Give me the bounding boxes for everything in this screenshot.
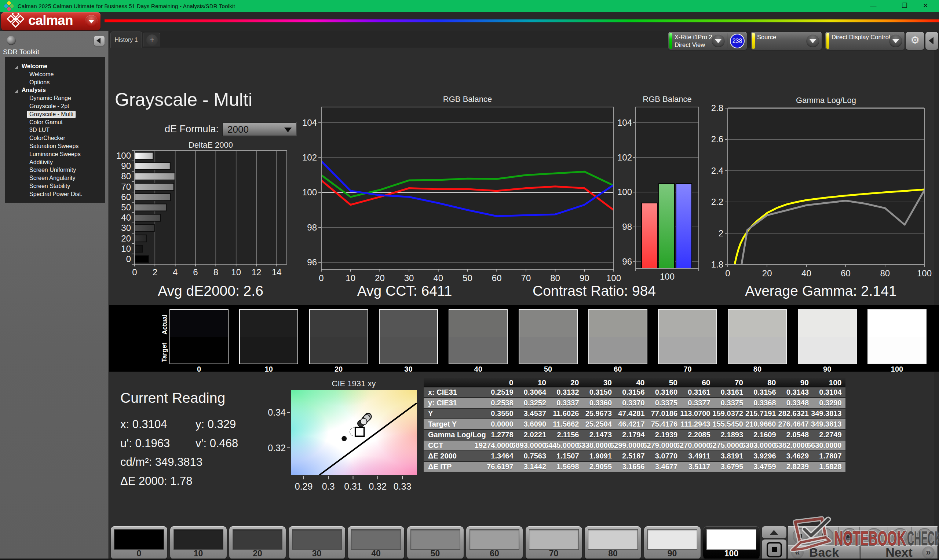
strip-actual-color bbox=[868, 310, 926, 337]
pattern-window-button[interactable] bbox=[762, 540, 786, 560]
sidebar-sphere-button[interactable] bbox=[6, 36, 16, 45]
pattern-level-button-80[interactable]: 80 bbox=[585, 526, 641, 559]
continuous-measure-button[interactable]: ∞ bbox=[860, 526, 888, 545]
tree-item-welcome[interactable]: Welcome bbox=[5, 71, 105, 79]
tree-item-spectral-power-dist-[interactable]: Spectral Power Dist. bbox=[5, 191, 105, 199]
tree-item-luminance-sweeps[interactable]: Luminance Sweeps bbox=[5, 151, 105, 159]
pattern-level-label: 50 bbox=[407, 549, 464, 558]
strip-level-label: 10 bbox=[239, 365, 298, 374]
meter-count-badge[interactable]: 238 bbox=[730, 34, 745, 48]
table-row-label: Gamma Log/Log bbox=[424, 430, 484, 440]
table-col-header: 20 bbox=[550, 378, 583, 386]
table-col-header: 100 bbox=[813, 378, 845, 386]
display-control-dropdown[interactable]: Direct Display Control bbox=[825, 32, 905, 50]
minimize-button[interactable]: — bbox=[863, 0, 884, 12]
pattern-level-swatch bbox=[470, 529, 520, 550]
next-button[interactable]: Next» bbox=[860, 545, 937, 560]
tree-item-label: Luminance Sweeps bbox=[29, 151, 81, 158]
strip-row-label-target: Target bbox=[161, 343, 168, 363]
tree-item-screen-stability[interactable]: Screen Stability bbox=[5, 183, 105, 191]
pattern-level-label: 30 bbox=[289, 549, 345, 558]
tree-item-screen-angularity[interactable]: Screen Angularity bbox=[5, 175, 105, 183]
table-cell: 276.4647 bbox=[780, 419, 813, 429]
current-reading-title: Current Reading bbox=[120, 390, 225, 406]
chevron-down-icon bbox=[806, 34, 819, 47]
strip-target-color bbox=[310, 337, 367, 363]
table-cell: 159.0372 bbox=[714, 409, 747, 418]
tab-history-1[interactable]: History 1 bbox=[110, 32, 142, 48]
pattern-level-button-10[interactable]: 10 bbox=[170, 526, 227, 559]
tree-item-label: Screen Angularity bbox=[29, 175, 75, 182]
right-panel-collapse-button[interactable] bbox=[925, 32, 938, 50]
tree-item-options[interactable]: Options bbox=[5, 79, 105, 87]
sidebar-collapse-button[interactable] bbox=[94, 36, 105, 46]
expander-icon[interactable] bbox=[15, 89, 18, 93]
pattern-level-swatch bbox=[648, 529, 697, 550]
table-cell: 2.2749 bbox=[813, 430, 845, 440]
table-cell: 2.1939 bbox=[649, 430, 682, 440]
table-cell: 3.4911 bbox=[681, 451, 714, 461]
de-formula-select[interactable]: 2000 bbox=[222, 122, 296, 136]
table-cell: 11.6026 bbox=[550, 409, 583, 418]
pattern-level-label: 10 bbox=[170, 549, 227, 558]
pattern-window-button[interactable]: ▣ bbox=[839, 526, 860, 545]
pattern-level-button-0[interactable]: 0 bbox=[111, 526, 167, 559]
source-dropdown[interactable]: Source bbox=[751, 32, 822, 50]
table-row-cct: CCT19274.00006893.00006445.00006338.0000… bbox=[424, 440, 845, 451]
sidebar: SDR Toolkit WelcomeWelcomeOptionsAnalysi… bbox=[0, 31, 109, 560]
table-cell: 2.1794 bbox=[615, 430, 649, 440]
back-button[interactable]: «Back bbox=[788, 545, 860, 560]
strip-actual-color bbox=[659, 310, 716, 337]
table-cell: 0.7563 bbox=[517, 451, 550, 461]
meter-dropdown[interactable]: X-Rite i1Pro 2 Direct View 238 bbox=[668, 32, 747, 50]
strip-actual-color bbox=[379, 310, 437, 337]
table-cell: 2.1893 bbox=[714, 430, 747, 440]
calman-logo[interactable]: calman bbox=[1, 12, 100, 31]
pattern-level-button-30[interactable]: 30 bbox=[289, 526, 345, 559]
tree-group-welcome[interactable]: Welcome bbox=[5, 63, 105, 71]
more-button[interactable] bbox=[912, 526, 937, 545]
pattern-level-button-90[interactable]: 90 bbox=[644, 526, 701, 559]
tree-item-additivity[interactable]: Additivity bbox=[5, 159, 105, 167]
table-header-row: 0102030405060708090100 bbox=[424, 378, 845, 388]
tree-item-3d-lut[interactable]: 3D LUT bbox=[5, 127, 105, 135]
pattern-level-button-20[interactable]: 20 bbox=[229, 526, 286, 559]
expander-icon[interactable] bbox=[15, 66, 18, 69]
pattern-level-button-70[interactable]: 70 bbox=[526, 526, 582, 559]
pattern-level-swatch bbox=[529, 529, 579, 550]
de-formula-value: 2000 bbox=[227, 124, 249, 135]
tree-group-analysis[interactable]: Analysis bbox=[5, 87, 105, 95]
pattern-level-button-50[interactable]: 50 bbox=[407, 526, 464, 559]
tree-item-grayscale-multi[interactable]: Grayscale - Multi bbox=[5, 111, 105, 119]
add-tab-button[interactable]: + bbox=[143, 32, 160, 46]
tree-item-dynamic-range[interactable]: Dynamic Range bbox=[5, 95, 105, 103]
table-row-label: ΔE ITP bbox=[424, 462, 484, 472]
strip-swatch-40 bbox=[449, 309, 508, 364]
pattern-level-button-40[interactable]: 40 bbox=[348, 526, 404, 559]
tree-item-screen-uniformity[interactable]: Screen Uniformity bbox=[5, 167, 105, 175]
strip-swatch-10 bbox=[239, 309, 298, 364]
reset-button[interactable]: ↻ bbox=[888, 526, 912, 545]
maximize-button[interactable]: ❐ bbox=[894, 0, 915, 12]
stop-pattern-button[interactable]: ■ bbox=[788, 526, 812, 545]
close-button[interactable]: ✕ bbox=[915, 0, 936, 12]
pattern-level-button-100[interactable]: 100 bbox=[703, 526, 760, 559]
table-cell: 77.0186 bbox=[649, 409, 682, 418]
tree-item-label: Welcome bbox=[29, 71, 54, 78]
strip-target-color bbox=[170, 337, 228, 363]
tree-item-saturation-sweeps[interactable]: Saturation Sweeps bbox=[5, 143, 105, 151]
play-measure-button[interactable]: ▶ bbox=[812, 526, 839, 545]
tree-item-color-gamut[interactable]: Color Gamut bbox=[5, 119, 105, 127]
table-cell: 0.3337 bbox=[550, 398, 583, 408]
settings-button[interactable]: ⚙ bbox=[906, 32, 924, 50]
level-up-button[interactable] bbox=[762, 526, 786, 538]
pattern-level-swatch bbox=[588, 529, 638, 550]
table-cell: 1.2778 bbox=[484, 430, 517, 440]
pattern-level-button-60[interactable]: 60 bbox=[466, 526, 523, 559]
current-reading-value: ΔE 2000: 1.78 bbox=[120, 475, 193, 488]
logo-menu-button[interactable] bbox=[85, 15, 97, 28]
tree-item-colorchecker[interactable]: ColorChecker bbox=[5, 135, 105, 143]
stop-pattern-icon: ■ bbox=[793, 528, 808, 543]
table-cell: 2.9055 bbox=[583, 462, 616, 472]
tree-item-grayscale-2pt[interactable]: Grayscale - 2pt bbox=[5, 103, 105, 111]
